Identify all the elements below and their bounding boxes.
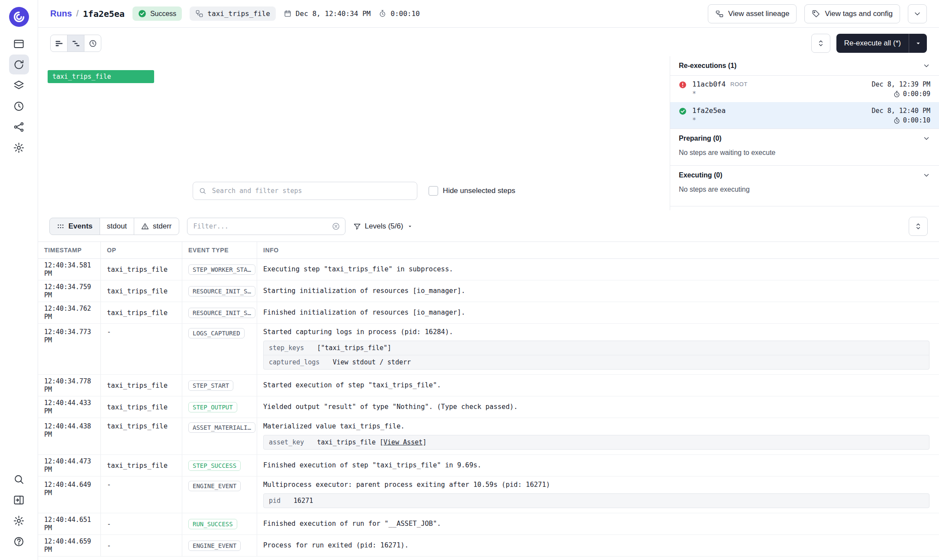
search-icon [13,473,25,485]
log-op: taxi_trips_file [101,455,182,476]
log-row[interactable]: 12:40:44.659 PM-ENGINE_EVENTProcess for … [38,535,939,557]
log-row[interactable]: 12:40:44.473 PMtaxi_trips_fileSTEP_SUCCE… [38,455,939,476]
col-info: INFO [257,242,939,258]
tab-events[interactable]: Events [49,218,100,235]
run-status-success-icon [679,107,687,115]
log-timestamp: 12:40:44.659 PM [38,535,101,556]
flat-view-button[interactable] [50,35,68,52]
sidebar-item-clock[interactable] [9,96,29,116]
view-tags-config-label: View tags and config [825,10,893,18]
step-search-input[interactable] [193,182,417,200]
log-filter-input[interactable] [187,218,345,235]
view-tags-config-button[interactable]: View tags and config [804,4,900,23]
metadata-key: captured_logs [269,358,332,367]
section-header-preparing[interactable]: Preparing (0) [670,129,939,148]
clipped-section: Errored (0) [670,206,939,210]
job-tag-label: taxi_trips_file [207,10,270,18]
levels-dropdown[interactable]: Levels (5/6) [353,222,413,231]
preparing-empty-text: No steps are waiting to execute [670,148,939,165]
runs-link[interactable]: Runs [50,9,72,19]
sidebar-item-search[interactable] [9,469,29,489]
log-table-body: 12:40:34.581 PMtaxi_trips_fileSTEP_WORKE… [38,259,939,560]
sidebar-item-gear[interactable] [9,138,29,158]
dagster-logo[interactable] [9,7,29,27]
expand-gantt-button[interactable] [811,34,830,53]
log-info: Starting initialization of resources [io… [257,280,939,302]
log-row[interactable]: 12:40:34.773 PM-LOGS_CAPTUREDStarted cap… [38,324,939,375]
run-date: Dec 8, 12:40 PM [872,107,930,115]
reexecute-options-button[interactable] [909,34,927,53]
app-root: Runs / 1fa2e5ea Success taxi_trips_file … [0,0,939,560]
event-type-chip: STEP_WORKER_STA… [188,264,255,275]
header-more-button[interactable] [908,4,927,23]
run-duration-value: 0:00:10 [903,116,930,124]
reexecution-run-row[interactable]: 1fa2e5eaDec 8, 12:40 PM*0:00:10 [670,102,939,129]
run-id[interactable]: 1fa2e5ea [692,106,726,115]
timed-view-button[interactable] [84,35,101,52]
view-asset-lineage-button[interactable]: View asset lineage [708,4,797,23]
sidebar-item-layers[interactable] [9,75,29,95]
run-id[interactable]: 11acb0f4 [692,80,726,88]
log-row[interactable]: 12:40:44.649 PM-ENGINE_EVENTMultiprocess… [38,476,939,513]
log-timestamp: 12:40:44.649 PM [38,476,101,513]
tab-stdout-label: stdout [107,222,127,231]
log-row[interactable]: 12:40:34.762 PMtaxi_trips_fileRESOURCE_I… [38,302,939,324]
log-row[interactable]: 12:40:34.759 PMtaxi_trips_fileRESOURCE_I… [38,280,939,302]
gantt-step-bar[interactable]: taxi_trips_file [48,70,154,83]
log-info-text: Multiprocess executor: parent process ex… [263,480,931,489]
log-op: taxi_trips_file [101,259,182,280]
log-info-text: Materialized value taxi_trips_file. [263,422,931,431]
gear-icon [13,142,25,154]
metadata-link[interactable]: View stdout / stderr [332,358,411,366]
log-row[interactable]: 12:40:44.433 PMtaxi_trips_fileSTEP_OUTPU… [38,396,939,418]
log-tabs: Events stdout stderr [49,218,179,235]
run-duration-label: 0:00:10 [390,10,419,18]
sidebar-item-gear[interactable] [9,511,29,531]
job-tag-chip[interactable]: taxi_trips_file [190,6,276,21]
log-op: taxi_trips_file [101,418,182,454]
section-header-executing[interactable]: Executing (0) [670,165,939,185]
section-header-errored[interactable]: Errored (0) [670,206,939,210]
clear-filter-icon[interactable] [332,222,340,231]
sidebar-item-runs[interactable] [9,55,29,74]
chevron-down-icon [923,171,930,179]
gantt-chart[interactable]: taxi_trips_file Hide unselected steps [38,56,670,210]
metadata-value: ["taxi_trips_file"] [317,344,391,352]
caret-down-icon [914,39,922,47]
unfold-icon [816,39,825,48]
log-info: Finished execution of run for "__ASSET_J… [257,513,939,534]
section-header-reexecutions[interactable]: Re-executions (1) [670,56,939,76]
gear-icon [13,515,25,527]
reexecution-run-row[interactable]: 11acb0f4ROOTDec 8, 12:39 PM*0:00:09 [670,76,939,102]
hide-unselected-toggle[interactable]: Hide unselected steps [429,186,515,196]
sidebar-item-panel[interactable] [9,490,29,510]
log-event-type-cell: STEP_WORKER_STA… [182,259,257,280]
reexecute-all-button[interactable]: Re-execute all (*) [836,34,909,53]
log-row[interactable]: 12:40:44.438 PMtaxi_trips_fileASSET_MATE… [38,418,939,455]
waterfall-view-button[interactable] [67,35,84,52]
status-badge: Success [132,6,182,21]
log-row[interactable]: 12:40:34.778 PMtaxi_trips_fileSTEP_START… [38,375,939,396]
log-event-type-cell: STEP_OUTPUT [182,396,257,418]
metadata-row: step_keys["taxi_trips_file"] [264,341,929,355]
log-info-text: Finished execution of step "taxi_trips_f… [263,461,481,470]
tab-stdout[interactable]: stdout [100,218,134,235]
log-event-type-cell: STEP_START [182,375,257,396]
expand-logs-button[interactable] [909,217,928,236]
log-event-type-cell: ASSET_MATERIALI… [182,418,257,454]
sidebar-item-help[interactable] [9,531,29,551]
log-row[interactable]: 12:40:34.581 PMtaxi_trips_fileSTEP_WORKE… [38,259,939,280]
run-steps: * [692,116,696,124]
graph-icon [13,121,25,133]
metadata-link[interactable]: View Asset [384,438,423,446]
step-search [193,182,417,200]
run-duration: 0:00:10 [893,116,930,124]
sidebar-item-graph[interactable] [9,117,29,137]
log-row[interactable]: 12:40:44.651 PM-RUN_SUCCESSFinished exec… [38,513,939,535]
run-duration-value: 0:00:09 [903,90,930,98]
sidebar-item-window[interactable] [9,34,29,54]
breadcrumb: Runs / 1fa2e5ea [50,9,125,19]
hide-unselected-checkbox[interactable] [429,186,438,196]
reexecution-list: 11acb0f4ROOTDec 8, 12:39 PM*0:00:091fa2e… [670,76,939,129]
tab-stderr[interactable]: stderr [134,218,179,235]
